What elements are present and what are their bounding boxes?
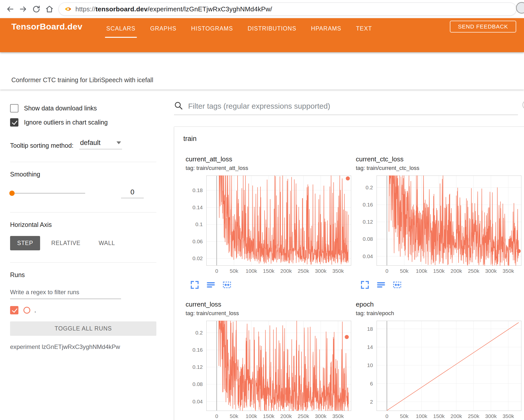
help-icon[interactable] bbox=[522, 100, 524, 110]
tab-hparams[interactable]: HPARAMS bbox=[311, 18, 341, 31]
runs-filter-input[interactable] bbox=[10, 288, 121, 299]
chart-title: epoch bbox=[356, 301, 522, 308]
fit-domain-icon[interactable] bbox=[393, 280, 402, 289]
y-tick-label: 0.08 bbox=[363, 236, 373, 242]
show-download-links-label: Show data download links bbox=[24, 105, 97, 112]
axis-option-wall[interactable]: WALL bbox=[92, 236, 122, 250]
show-download-links-checkbox[interactable] bbox=[10, 104, 18, 112]
smoothing-value-input[interactable]: 0 bbox=[121, 188, 144, 198]
x-tick-label: 250k bbox=[298, 413, 309, 419]
reload-icon[interactable] bbox=[30, 3, 43, 16]
url-domain: tensorboard.dev bbox=[96, 5, 148, 13]
y-axis-labels: 26101418 bbox=[356, 321, 376, 411]
experiment-title-strip: Conformer CTC training for LibriSpeech w… bbox=[0, 52, 524, 89]
y-tick-label: 0.08 bbox=[192, 381, 203, 387]
x-tick-label: 300k bbox=[315, 268, 327, 274]
settings-sidebar: Show data download links Ignore outliers… bbox=[0, 89, 166, 420]
y-tick-label: 0.18 bbox=[192, 187, 203, 193]
tensorboard-favicon bbox=[64, 5, 72, 13]
divider bbox=[10, 212, 156, 213]
chart-plot[interactable] bbox=[206, 175, 351, 266]
tab-distributions[interactable]: DISTRIBUTIONS bbox=[248, 18, 296, 31]
url-path: /experiment/lzGnETjwRxC3yghNMd4kPw/ bbox=[148, 5, 272, 13]
x-tick-label: 200k bbox=[280, 268, 292, 274]
forward-icon[interactable] bbox=[17, 3, 30, 16]
x-tick-label: 350k bbox=[503, 268, 514, 274]
x-tick-label: 250k bbox=[468, 413, 479, 419]
tab-text[interactable]: TEXT bbox=[356, 18, 372, 31]
y-tick-label: 2 bbox=[370, 399, 373, 405]
x-tick-label: 50k bbox=[400, 268, 409, 274]
ignore-outliers-row[interactable]: Ignore outliers in chart scaling bbox=[10, 118, 156, 127]
x-tick-label: 100k bbox=[246, 413, 257, 419]
x-tick-label: 300k bbox=[485, 413, 497, 419]
url-scheme: https:// bbox=[75, 5, 96, 13]
x-axis-labels: 050k100k150k200k250k300k350k bbox=[376, 411, 521, 419]
plot-row: 0.040.080.120.160.2 bbox=[356, 175, 522, 266]
x-tick-label: 0 bbox=[385, 268, 388, 274]
run-checkbox[interactable] bbox=[10, 306, 18, 314]
axis-option-relative[interactable]: RELATIVE bbox=[44, 236, 88, 250]
run-section-title[interactable]: train bbox=[174, 127, 524, 155]
app-logo[interactable]: TensorBoard.dev bbox=[11, 22, 82, 32]
chart-toolbar bbox=[190, 280, 356, 289]
tab-scalars[interactable]: SCALARS bbox=[106, 18, 136, 31]
show-download-links-row[interactable]: Show data download links bbox=[10, 104, 156, 112]
train-card: train current_att_losstag: train/current… bbox=[174, 127, 524, 420]
toggle-log-scale-icon[interactable] bbox=[376, 280, 386, 289]
chart-current_att_loss: current_att_losstag: train/current_att_l… bbox=[186, 155, 356, 289]
latest-point-marker bbox=[346, 176, 350, 181]
chart-tag: tag: train/epoch bbox=[356, 310, 522, 317]
x-axis-labels: 050k100k150k200k250k300k350k bbox=[376, 266, 521, 274]
tooltip-sorting-dropdown[interactable]: default bbox=[79, 139, 122, 149]
address-bar[interactable]: https://tensorboard.dev/experiment/lzGnE… bbox=[59, 3, 516, 16]
x-tick-label: 200k bbox=[451, 268, 462, 274]
tooltip-sorting-value: default bbox=[80, 139, 101, 147]
back-icon[interactable] bbox=[4, 3, 17, 16]
chart-epoch: epochtag: train/epoch26101418050k100k150… bbox=[356, 301, 522, 419]
chart-plot[interactable] bbox=[206, 321, 351, 411]
y-tick-label: 0.04 bbox=[192, 399, 203, 405]
chart-plot[interactable] bbox=[376, 321, 521, 411]
home-icon[interactable] bbox=[43, 3, 56, 16]
tab-graphs[interactable]: GRAPHS bbox=[150, 18, 176, 31]
chevron-down-icon bbox=[117, 141, 121, 144]
y-axis-labels: 0.040.080.120.160.2 bbox=[186, 321, 206, 411]
fit-domain-icon[interactable] bbox=[222, 280, 231, 289]
filter-tags-input[interactable] bbox=[188, 102, 518, 111]
y-tick-label: 0.2 bbox=[366, 185, 373, 191]
expand-chart-icon[interactable] bbox=[360, 280, 369, 289]
latest-point-marker bbox=[345, 335, 349, 339]
tab-histograms[interactable]: HISTOGRAMS bbox=[191, 18, 233, 31]
y-tick-label: 0.12 bbox=[192, 364, 203, 370]
send-feedback-button[interactable]: SEND FEEDBACK bbox=[450, 21, 516, 33]
nav-tabs: SCALARSGRAPHSHISTOGRAMSDISTRIBUTIONSHPAR… bbox=[106, 18, 372, 31]
chart-tag: tag: train/current_ctc_loss bbox=[356, 165, 522, 171]
smoothing-slider-knob[interactable] bbox=[9, 191, 15, 196]
ignore-outliers-checkbox[interactable] bbox=[10, 118, 18, 127]
smoothing-slider[interactable] bbox=[10, 193, 85, 194]
x-tick-label: 100k bbox=[416, 268, 427, 274]
run-color-swatch bbox=[23, 307, 30, 314]
browser-profile-avatar[interactable] bbox=[516, 2, 524, 14]
toggle-all-runs-button[interactable]: TOGGLE ALL RUNS bbox=[10, 321, 156, 336]
chart-plot[interactable] bbox=[376, 175, 521, 266]
axis-option-step[interactable]: STEP bbox=[10, 236, 40, 250]
chart-current_ctc_loss: current_ctc_losstag: train/current_ctc_l… bbox=[356, 155, 522, 289]
expand-chart-icon[interactable] bbox=[190, 280, 199, 289]
chart-title: current_ctc_loss bbox=[356, 155, 522, 163]
x-tick-label: 250k bbox=[298, 268, 309, 274]
chart-tag: tag: train/current_att_loss bbox=[186, 165, 356, 171]
tooltip-sorting-label: Tooltip sorting method: bbox=[10, 142, 74, 149]
x-tick-label: 250k bbox=[468, 268, 479, 274]
page: https://tensorboard.dev/experiment/lzGnE… bbox=[0, 0, 524, 420]
y-tick-label: 0.14 bbox=[192, 204, 203, 211]
toggle-log-scale-icon[interactable] bbox=[206, 280, 215, 289]
x-tick-label: 50k bbox=[400, 413, 409, 419]
y-tick-label: 0.16 bbox=[192, 347, 203, 353]
app-header: TensorBoard.dev SCALARSGRAPHSHISTOGRAMSD… bbox=[0, 18, 524, 52]
main-panel: train current_att_losstag: train/current… bbox=[166, 89, 524, 420]
x-tick-label: 200k bbox=[451, 413, 462, 419]
run-row[interactable]: . bbox=[10, 306, 156, 314]
y-tick-label: 0.02 bbox=[192, 255, 203, 261]
